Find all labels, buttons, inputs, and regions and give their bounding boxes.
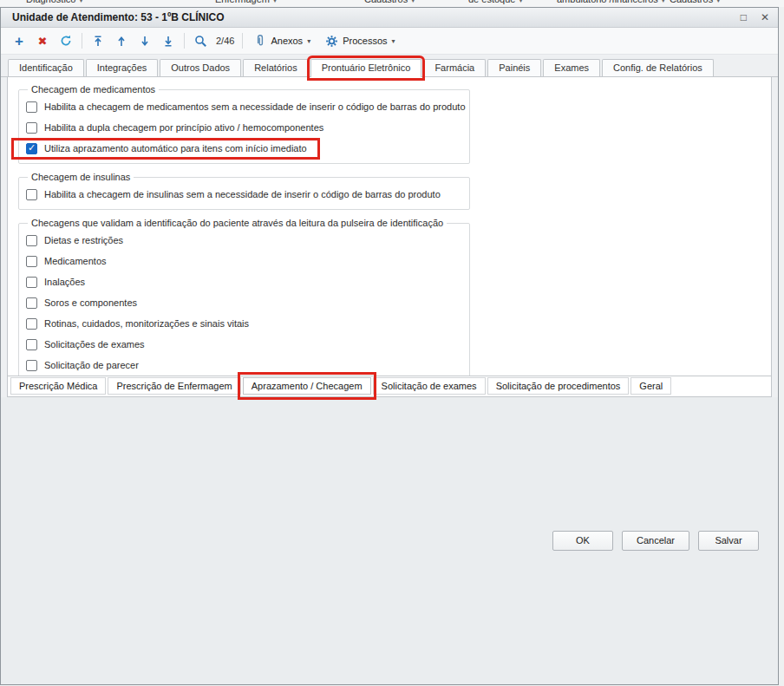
arrow-up-icon [115,35,127,48]
ok-button[interactable]: OK [552,531,613,551]
tab-panel-prontuario-eletronico: Checagem de medicamentos Habilita a chec… [7,77,772,376]
search-button[interactable] [193,32,208,49]
checkbox-icon[interactable] [26,256,37,267]
checkbox-rotinas-cuidados-monitorizacoes-sinais-vitais[interactable]: Rotinas, cuidados, monitorizações e sina… [26,313,462,334]
checkbox-icon[interactable] [26,297,37,309]
checkbox-label: Utiliza aprazamento automático para iten… [44,143,307,154]
tab-relatorios[interactable]: Relatórios [243,59,309,76]
checkbox-label: Soros e componentes [44,297,137,308]
delete-record-button[interactable]: ✖ [35,32,50,49]
checkbox-habilita-checagem-medicamentos-sem-codigo-barras[interactable]: Habilita a checagem de medicamentos sem … [26,96,462,117]
checkbox-icon[interactable] [26,189,37,200]
toolbar-separator [82,33,82,49]
checkbox-label: Habilita a dupla checagem por princípio … [44,122,323,133]
chevron-down-icon: ▾ [716,0,720,4]
checkbox-habilita-checagem-insulinas-sem-codigo-barras[interactable]: Habilita a checagem de insulinas sem a n… [26,184,462,205]
gear-icon [325,35,338,48]
checkbox-icon[interactable] [26,143,37,154]
bottom-tab-solicitacao-de-procedimentos[interactable]: Solicitação de procedimentos [487,377,630,395]
screen: Diagnóstico▾ Enfermagem▾ Cadastros▾ de e… [0,0,784,686]
first-record-button[interactable] [90,32,106,49]
top-tabstrip: Identificação Integrações Outros Dados R… [1,55,778,77]
checkbox-icon[interactable] [26,360,37,371]
arrow-to-top-icon [92,35,104,48]
checkbox-icon[interactable] [26,122,37,134]
checkbox-icon[interactable] [26,277,37,288]
bottom-tab-aprazamento-checagem[interactable]: Aprazamento / Checagem [243,377,371,395]
processos-dropdown[interactable]: Processos ▾ [322,33,398,49]
next-record-button[interactable] [137,32,153,49]
tab-identificacao[interactable]: Identificação [8,59,84,76]
checkbox-soros-e-componentes[interactable]: Soros e componentes [26,292,462,313]
arrow-down-icon [139,35,151,48]
checkbox-dietas-e-restricoes[interactable]: Dietas e restrições [26,230,462,251]
toolbar: + ✖ [1,28,778,55]
anexos-dropdown[interactable]: Anexos ▾ [251,32,314,49]
tab-paineis[interactable]: Painéis [487,59,541,76]
anexos-label: Anexos [271,36,303,46]
refresh-button[interactable] [58,32,74,49]
tab-farmacia[interactable]: Farmácia [423,59,486,76]
checkbox-icon[interactable] [26,318,37,330]
checkbox-medicamentos[interactable]: Medicamentos [26,251,462,271]
plus-icon: + [15,34,23,49]
group-checagem-de-medicamentos: Checagem de medicamentos Habilita a chec… [18,84,470,164]
checkbox-label: Inalações [44,277,85,287]
chevron-down-icon: ▾ [79,0,82,4]
checkbox-solicitacoes-de-exames[interactable]: Solicitações de exames [26,334,462,355]
window-controls: □ ✕ [741,12,769,23]
checkbox-alta-transferencia[interactable]: Alta/transferência [26,376,462,376]
background-menu-item[interactable]: ambulatório /financeiros▾ [557,0,665,4]
checkbox-inalacoes[interactable]: Inalações [26,271,462,292]
bottom-tab-prescricao-medica[interactable]: Prescrição Médica [10,377,106,395]
checkbox-label: Habilita a checagem de insulinas sem a n… [44,189,441,199]
chevron-down-icon: ▾ [519,0,522,4]
previous-record-button[interactable] [114,32,129,49]
background-menu-item[interactable]: Cadastros▾ [364,0,415,4]
tab-outros-dados[interactable]: Outros Dados [160,59,241,76]
record-counter: 2/46 [216,36,234,46]
bottom-tab-geral[interactable]: Geral [630,377,671,395]
checkbox-label: Solicitações de exames [44,339,145,350]
checkbox-solicitacao-de-parecer[interactable]: Solicitação de parecer [26,355,462,376]
checkbox-label: Solicitação de parecer [44,360,139,370]
bottom-tab-prescricao-de-enfermagem[interactable]: Prescrição de Enfermagem [108,377,240,395]
background-app-menubar: Diagnóstico▾ Enfermagem▾ Cadastros▾ de e… [0,0,784,7]
checkbox-utiliza-aprazamento-automatico-inicio-imediato[interactable]: Utiliza aprazamento automático para iten… [26,138,462,159]
maximize-button[interactable]: □ [741,12,747,23]
chevron-down-icon: ▾ [273,0,277,4]
group-title: Checagens que validam a identificação do… [28,218,447,228]
chevron-down-icon: ▾ [662,0,665,4]
toolbar-separator [242,33,243,49]
group-checagens-pulseira-identificacao: Checagens que validam a identificação do… [18,218,470,376]
add-record-button[interactable]: + [11,32,27,49]
annotation-red-box-checkbox: Utiliza aprazamento automático para iten… [14,140,317,157]
chevron-down-icon: ▾ [411,0,415,4]
close-button[interactable]: ✕ [761,12,769,23]
footer: OK Cancelar Salvar [1,397,778,685]
checkbox-icon[interactable] [26,339,37,350]
background-menu-item[interactable]: Diagnóstico▾ [26,0,83,4]
checkbox-icon[interactable] [26,235,37,246]
processos-label: Processos [343,36,387,46]
background-menu-item[interactable]: de estoque▾ [468,0,522,4]
chevron-down-icon: ▾ [392,37,395,45]
background-menu-item[interactable]: Cadastros▾ [670,0,720,4]
cancel-button[interactable]: Cancelar [622,531,689,551]
last-record-button[interactable] [160,32,176,49]
checkbox-label: Dietas e restrições [44,235,123,245]
tab-prontuario-eletronico[interactable]: Prontuário Eletrônico [310,59,422,77]
checkbox-icon[interactable] [26,101,37,113]
bottom-tab-solicitacao-de-exames[interactable]: Solicitação de exames [373,377,486,395]
tab-exames[interactable]: Exames [543,59,600,76]
background-menu-item[interactable]: Enfermagem▾ [215,0,277,4]
tab-config-de-relatorios[interactable]: Config. de Relatórios [602,59,714,76]
group-checagem-de-insulinas: Checagem de insulinas Habilita a checage… [18,172,470,210]
group-title: Checagem de medicamentos [28,84,159,95]
tab-integracoes[interactable]: Integrações [86,59,158,76]
paperclip-icon [254,34,266,48]
save-button[interactable]: Salvar [698,531,759,551]
titlebar[interactable]: Unidade de Atendimento: 53 - 1ºB CLÍNICO… [1,8,778,28]
checkbox-label: Rotinas, cuidados, monitorizações e sina… [44,318,249,329]
checkbox-habilita-dupla-checagem-principio-ativo[interactable]: Habilita a dupla checagem por princípio … [26,117,462,138]
